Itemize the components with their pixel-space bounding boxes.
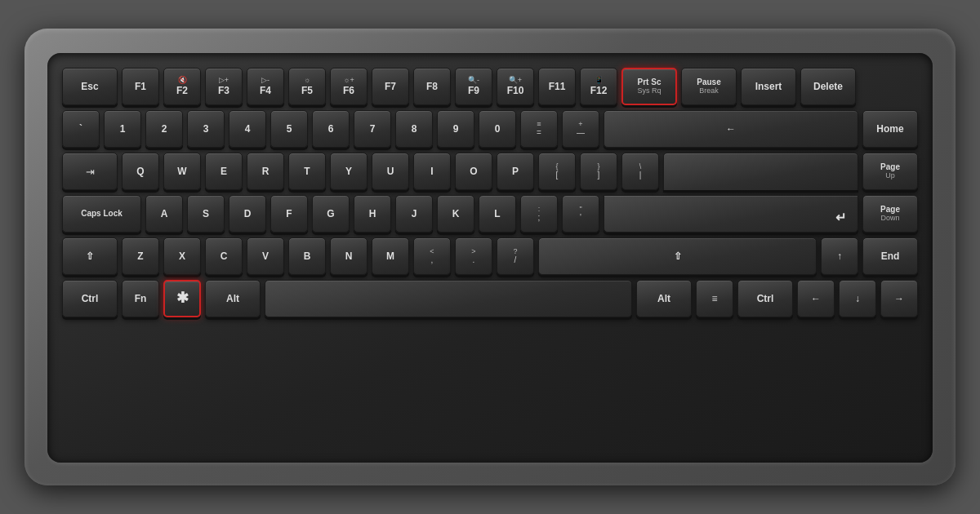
qwerty-row: ⇥ Q W E R T Y U I O P { [ } ] \ | [62, 153, 918, 190]
key-pagedown[interactable]: Page Down [862, 195, 918, 233]
key-3[interactable]: 3 [187, 110, 225, 148]
keyboard-inner: Esc F1 🔇 F2 ▷+ F3 ▷- F4 ☼ F5 ☼+ F6 F7 [47, 53, 933, 463]
key-insert[interactable]: Insert [741, 68, 796, 105]
key-p[interactable]: P [497, 153, 534, 190]
key-f10[interactable]: 🔍+ F10 [497, 68, 534, 105]
key-2[interactable]: 2 [145, 110, 183, 148]
key-6[interactable]: 6 [312, 110, 350, 148]
key-end[interactable]: End [862, 237, 918, 275]
key-e[interactable]: E [205, 153, 243, 190]
num-row: ` 1 2 3 4 5 6 7 8 9 0 ≡ = + — ← Home [62, 110, 918, 148]
key-v[interactable]: V [247, 237, 284, 275]
key-comma[interactable]: < , [413, 237, 451, 275]
key-lctrl[interactable]: Ctrl [62, 280, 118, 317]
key-up[interactable]: ↑ [821, 237, 858, 275]
key-8[interactable]: 8 [395, 110, 433, 148]
key-a[interactable]: A [145, 195, 183, 233]
key-0[interactable]: 0 [479, 110, 516, 148]
key-m[interactable]: M [372, 237, 409, 275]
key-close-bracket[interactable]: } ] [580, 153, 617, 190]
key-enter-top [663, 153, 858, 190]
key-space[interactable] [265, 280, 632, 317]
key-win[interactable]: ✱ [163, 280, 201, 317]
key-equals[interactable]: ≡ = [520, 110, 558, 148]
shift-row: ⇧ Z X C V B N M < , > . ? / ⇧ ↑ End [62, 237, 918, 275]
keyboard-outer: Esc F1 🔇 F2 ▷+ F3 ▷- F4 ☼ F5 ☼+ F6 F7 [24, 29, 956, 485]
key-f12[interactable]: 📱 F12 [580, 68, 617, 105]
key-home[interactable]: Home [862, 110, 918, 148]
key-f5[interactable]: ☼ F5 [288, 68, 326, 105]
key-f4[interactable]: ▷- F4 [247, 68, 284, 105]
key-right[interactable]: → [880, 280, 918, 317]
bottom-row: Ctrl Fn ✱ Alt Alt ≡ Ctrl ← ↓ → [62, 280, 918, 317]
key-j[interactable]: J [395, 195, 433, 233]
key-menu[interactable]: ≡ [696, 280, 733, 317]
key-lshift[interactable]: ⇧ [62, 237, 118, 275]
key-esc[interactable]: Esc [62, 68, 118, 105]
key-k[interactable]: K [437, 195, 474, 233]
key-w[interactable]: W [163, 153, 201, 190]
key-down[interactable]: ↓ [839, 280, 876, 317]
key-l[interactable]: L [479, 195, 516, 233]
key-9[interactable]: 9 [437, 110, 474, 148]
key-pause[interactable]: Pause Break [681, 68, 737, 105]
key-backtick[interactable]: ` [62, 110, 100, 148]
key-fn[interactable]: Fn [122, 280, 159, 317]
home-row: Caps Lock A S D F G H J K L : ; " ' ↵ Pa… [62, 195, 918, 233]
key-y[interactable]: Y [330, 153, 368, 190]
key-lalt[interactable]: Alt [205, 280, 261, 317]
key-r[interactable]: R [247, 153, 284, 190]
key-f[interactable]: F [270, 195, 308, 233]
key-rshift[interactable]: ⇧ [538, 237, 817, 275]
key-rctrl[interactable]: Ctrl [737, 280, 793, 317]
key-f1[interactable]: F1 [122, 68, 159, 105]
key-f11[interactable]: F11 [538, 68, 576, 105]
key-1[interactable]: 1 [104, 110, 141, 148]
key-b[interactable]: B [288, 237, 326, 275]
key-f3[interactable]: ▷+ F3 [205, 68, 243, 105]
key-q[interactable]: Q [122, 153, 159, 190]
key-left[interactable]: ← [797, 280, 835, 317]
key-backspace[interactable]: ← [604, 110, 858, 148]
key-enter[interactable]: ↵ [604, 195, 858, 233]
key-prtsc[interactable]: Prt Sc Sys Rq [621, 68, 677, 105]
key-period[interactable]: > . [455, 237, 492, 275]
key-open-bracket[interactable]: { [ [538, 153, 576, 190]
key-backslash[interactable]: \ | [621, 153, 659, 190]
key-o[interactable]: O [455, 153, 492, 190]
key-5[interactable]: 5 [270, 110, 308, 148]
key-f2[interactable]: 🔇 F2 [163, 68, 201, 105]
key-f8[interactable]: F8 [413, 68, 451, 105]
key-pageup[interactable]: Page Up [862, 153, 918, 190]
key-capslock[interactable]: Caps Lock [62, 195, 141, 233]
fn-row: Esc F1 🔇 F2 ▷+ F3 ▷- F4 ☼ F5 ☼+ F6 F7 [62, 68, 918, 105]
key-x[interactable]: X [163, 237, 201, 275]
key-f7[interactable]: F7 [372, 68, 409, 105]
key-g[interactable]: G [312, 195, 350, 233]
key-u[interactable]: U [372, 153, 409, 190]
key-d[interactable]: D [229, 195, 266, 233]
key-7[interactable]: 7 [354, 110, 391, 148]
key-slash[interactable]: ? / [497, 237, 534, 275]
key-ralt[interactable]: Alt [636, 280, 692, 317]
key-semicolon[interactable]: : ; [520, 195, 558, 233]
key-s[interactable]: S [187, 195, 225, 233]
key-quote[interactable]: " ' [562, 195, 599, 233]
key-t[interactable]: T [288, 153, 326, 190]
key-n[interactable]: N [330, 237, 368, 275]
key-f9[interactable]: 🔍- F9 [455, 68, 492, 105]
key-z[interactable]: Z [122, 237, 159, 275]
key-plus-minus[interactable]: + — [562, 110, 599, 148]
key-i[interactable]: I [413, 153, 451, 190]
key-h[interactable]: H [354, 195, 391, 233]
key-tab[interactable]: ⇥ [62, 153, 118, 190]
key-f6[interactable]: ☼+ F6 [330, 68, 368, 105]
key-4[interactable]: 4 [229, 110, 266, 148]
key-c[interactable]: C [205, 237, 243, 275]
key-delete[interactable]: Delete [800, 68, 856, 105]
